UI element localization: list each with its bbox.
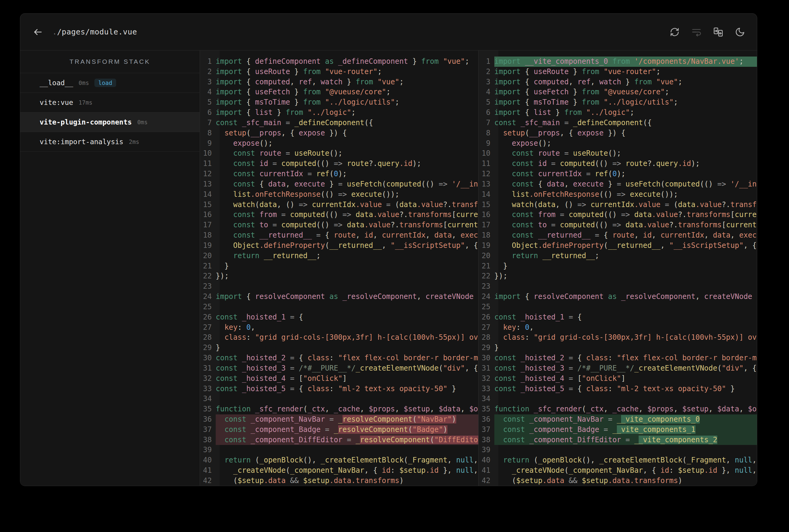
code-text	[216, 302, 478, 312]
code-text: });	[494, 271, 757, 281]
code-line: 9 expose();	[200, 138, 478, 149]
code-line: 18 const __returned__ = { route, id, cur…	[200, 230, 478, 241]
code-line: 13 const { data, execute } = useFetch(co…	[479, 179, 757, 190]
line-number: 37	[200, 425, 216, 435]
plugin-time: 0ms	[137, 119, 148, 126]
code-line: 25	[200, 302, 478, 312]
refresh-button[interactable]	[668, 25, 681, 39]
code-text: setup(__props, { expose }) {	[494, 128, 757, 138]
code-line: 1import __vite_components_0 from '/compo…	[479, 57, 757, 67]
code-line: 4import { useFetch } from "@vueuse/core"…	[479, 87, 757, 97]
code-line: 31const _hoisted_3 = /*#__PURE__*/_creat…	[479, 363, 757, 374]
split-diff-button[interactable]	[712, 25, 725, 39]
line-number: 17	[200, 220, 216, 230]
code-text	[494, 445, 757, 455]
code-text: const currentIdx = ref(0);	[216, 169, 478, 179]
line-number: 40	[200, 455, 216, 466]
code-line: 29}	[479, 343, 757, 353]
line-wrap-button[interactable]	[690, 25, 703, 39]
code-line: 2import { useRoute } from "vue-router";	[200, 67, 478, 77]
code-text: return __returned__;	[494, 251, 757, 261]
code-text: const _component_Badge = __vite_componen…	[494, 425, 757, 435]
code-text: class: "grid grid-cols-[300px,3fr] h-[ca…	[216, 332, 478, 343]
code-text	[494, 302, 757, 312]
code-text: }	[494, 261, 757, 271]
line-number: 7	[200, 118, 216, 128]
line-number: 38	[200, 435, 216, 445]
code-line: 33const _hoisted_5 = { class: "ml-2 text…	[479, 384, 757, 394]
sidebar-item-vite-plugin-components[interactable]: vite-plugin-components 0ms	[20, 112, 200, 132]
code-text: const _component_NavBar = _resolveCompon…	[216, 414, 478, 425]
code-line: 10 const route = useRoute();	[200, 148, 478, 159]
refresh-icon	[669, 27, 680, 37]
diff-pane-after[interactable]: 1import __vite_components_0 from '/compo…	[478, 51, 757, 486]
code-line: 2import { useRoute } from "vue-router";	[479, 67, 757, 77]
code-text: class: "grid grid-cols-[300px,3fr] h-[ca…	[494, 332, 757, 343]
code-text: const _hoisted_1 = {	[494, 312, 757, 323]
moon-icon	[735, 27, 745, 37]
back-button[interactable]	[31, 25, 44, 39]
code-line: 26const _hoisted_1 = {	[200, 312, 478, 323]
sidebar-item-load[interactable]: __load__ 0ms load	[20, 73, 200, 93]
code-text: return (_openBlock(), _createElementBloc…	[216, 455, 478, 466]
line-number: 22	[200, 271, 216, 281]
dark-mode-button[interactable]	[733, 25, 747, 39]
line-number: 32	[479, 374, 494, 384]
code-line: 20 return __returned__;	[479, 251, 757, 261]
code-line: 28 class: "grid grid-cols-[300px,3fr] h-…	[479, 332, 757, 343]
main-area: TRANSFORM STACK __load__ 0ms load vite:v…	[20, 51, 757, 486]
line-number: 25	[200, 302, 216, 312]
code-text: const _hoisted_4 = ["onClick"]	[494, 374, 757, 384]
diff-pane-before[interactable]: 1import { defineComponent as _defineComp…	[200, 51, 478, 486]
plugin-time: 17ms	[79, 99, 93, 106]
line-number: 29	[200, 343, 216, 353]
code-text: _createVNode(_component_NavBar, { id: $s…	[216, 466, 478, 476]
code-text: import { useFetch } from "@vueuse/core";	[216, 87, 478, 97]
diff-view: 1import { defineComponent as _defineComp…	[200, 51, 757, 486]
code-line: 27 key: 0,	[200, 323, 478, 333]
sidebar-item-vite-vue[interactable]: vite:vue 17ms	[20, 93, 200, 112]
code-line: 1import { defineComponent as _defineComp…	[200, 57, 478, 67]
code-line: 17 const to = computed(() => data.value?…	[200, 220, 478, 230]
line-number: 41	[200, 466, 216, 476]
code-line: 37 const _component_Badge = __vite_compo…	[479, 425, 757, 435]
line-number: 31	[200, 363, 216, 374]
code-line: 6import { list } from "../logic";	[479, 108, 757, 118]
code-text: const to = computed(() => data.value?.tr…	[494, 220, 757, 230]
code-line: 41 _createVNode(_component_NavBar, { id:…	[200, 466, 478, 476]
line-number: 23	[200, 281, 216, 292]
code-text: const { data, execute } = useFetch(compu…	[494, 179, 757, 190]
code-line: 18 const __returned__ = { route, id, cur…	[479, 230, 757, 241]
line-number: 14	[479, 190, 494, 200]
line-number: 31	[479, 363, 494, 374]
code-line: 15 watch(data, () => currentIdx.value = …	[479, 200, 757, 210]
line-number: 24	[200, 292, 216, 302]
code-line: 42 ($setup.data && $setup.data.transform…	[200, 476, 478, 486]
code-text: import { computed, ref, watch } from "vu…	[216, 77, 478, 87]
line-number: 33	[479, 384, 494, 394]
sidebar-item-vite-import-analysis[interactable]: vite:import-analysis 2ms	[20, 132, 200, 152]
code-line: 21 }	[200, 261, 478, 271]
code-line: 26const _hoisted_1 = {	[479, 312, 757, 323]
line-number: 42	[200, 476, 216, 486]
line-number: 10	[479, 148, 494, 159]
line-number: 15	[479, 200, 494, 210]
code-line: 37 const _component_Badge = _resolveComp…	[200, 425, 478, 435]
line-number: 41	[479, 466, 494, 476]
code-text: const route = useRoute();	[216, 148, 478, 159]
code-text: import { list } from "../logic";	[494, 108, 757, 118]
plugin-name: __load__	[40, 79, 73, 87]
code-text: import { useRoute } from "vue-router";	[216, 67, 478, 77]
plugin-name: vite-plugin-components	[40, 118, 132, 126]
line-number: 14	[200, 190, 216, 200]
code-text: const _sfc_main = _defineComponent({	[216, 118, 478, 128]
line-number: 3	[479, 77, 494, 87]
code-line: 33const _hoisted_5 = { class: "ml-2 text…	[200, 384, 478, 394]
code-line: 24import { resolveComponent as _resolveC…	[479, 292, 757, 302]
code-text: const from = computed(() => data.value?.…	[216, 210, 478, 220]
code-line: 20 return __returned__;	[200, 251, 478, 261]
arrow-left-icon	[33, 27, 43, 37]
code-line: 39	[479, 445, 757, 455]
app-window: ./pages/module.vue	[20, 13, 757, 486]
code-text: watch(data, () => currentIdx.value = (da…	[216, 200, 478, 210]
